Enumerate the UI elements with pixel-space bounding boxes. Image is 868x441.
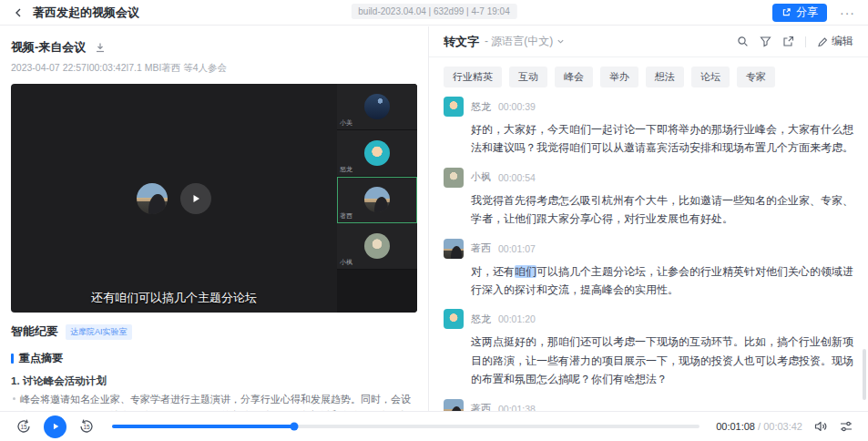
participant-avatar bbox=[364, 233, 390, 259]
source-language-label: - 源语言(中文) bbox=[485, 34, 553, 49]
playback-highlight: 咱们 bbox=[515, 265, 536, 278]
edit-label: 编辑 bbox=[832, 34, 853, 49]
summary-badge: 达摩院AI实验室 bbox=[66, 324, 132, 340]
speaker-name: 小枫 bbox=[471, 170, 491, 184]
export-icon[interactable] bbox=[782, 36, 794, 47]
build-info-badge: build-2023.04.04 | 632d99 | 4-7 19:04 bbox=[351, 4, 516, 19]
transcript-title: 转文字 bbox=[444, 34, 479, 50]
speaker-avatar bbox=[444, 239, 464, 259]
participant-avatar bbox=[364, 94, 390, 119]
summary-item-heading: 1. 讨论峰会活动计划 bbox=[11, 374, 417, 388]
toolbar-divider bbox=[805, 36, 806, 47]
progress-bar[interactable] bbox=[112, 420, 700, 433]
key-points-title: 重点摘要 bbox=[19, 351, 63, 366]
video-panel: 视频-来自会议 2023-04-07 22:57ǀ00:03:42ǀ7.1 MB… bbox=[0, 26, 428, 411]
speaker-name: 著西 bbox=[471, 402, 491, 411]
chevron-down-icon bbox=[557, 37, 565, 46]
speaker-avatar bbox=[137, 183, 168, 214]
play-icon bbox=[190, 193, 201, 204]
back-button[interactable] bbox=[13, 7, 24, 18]
keyword-chip[interactable]: 举办 bbox=[600, 67, 638, 87]
transcript-entry[interactable]: 著西 00:01:07 对，还有咱们可以搞几个主题分论坛，让参会的行业精英针对他… bbox=[444, 239, 855, 300]
progress-fill bbox=[112, 425, 294, 428]
svg-text:15: 15 bbox=[83, 424, 90, 430]
edit-button[interactable]: 编辑 bbox=[817, 34, 853, 49]
entry-timestamp: 00:01:07 bbox=[498, 243, 536, 254]
participant-tile[interactable]: 小美 bbox=[337, 84, 417, 130]
scrollbar[interactable] bbox=[863, 349, 866, 400]
rewind-15-icon[interactable]: 15 bbox=[15, 417, 33, 436]
speaker-name: 著西 bbox=[471, 241, 491, 255]
share-label: 分享 bbox=[796, 5, 818, 20]
speaker-avatar bbox=[444, 168, 464, 188]
participant-name: 著西 bbox=[340, 211, 352, 220]
entry-text: 这两点挺好的，那咱们还可以考虑一下现场的互动环节。比如，搞个行业创新项目的路演，… bbox=[471, 333, 855, 388]
edit-pencil-icon bbox=[817, 36, 828, 47]
entry-text: 对，还有咱们可以搞几个主题分论坛，让参会的行业精英针对他们关心的领域进行深入的探… bbox=[471, 262, 855, 300]
video-player[interactable]: 还有咱们可以搞几个主题分论坛 小美 怒龙 著西 bbox=[11, 84, 417, 313]
participant-tile[interactable]: 小枫 bbox=[337, 223, 417, 270]
player-bar: 15 15 00:01:08 / 00:03:42 bbox=[0, 411, 868, 441]
smart-summary-title: 智能纪要 bbox=[11, 323, 58, 340]
keyword-chip[interactable]: 想法 bbox=[646, 67, 684, 87]
time-display: 00:01:08 / 00:03:42 bbox=[716, 421, 802, 432]
progress-knob[interactable] bbox=[290, 423, 298, 431]
keyword-chip[interactable]: 峰会 bbox=[555, 67, 593, 87]
share-button[interactable]: 分享 bbox=[772, 4, 827, 22]
transcript-entry[interactable]: 小枫 00:00:54 我觉得首先得考虑怎么吸引杭州有个大牛，比如邀请一些知名的… bbox=[444, 168, 855, 229]
speaker-name: 怒龙 bbox=[471, 100, 491, 114]
search-icon[interactable] bbox=[737, 36, 749, 47]
participant-name: 小枫 bbox=[340, 258, 352, 267]
participant-name: 小美 bbox=[340, 118, 352, 128]
keyword-chip[interactable]: 专家 bbox=[737, 67, 775, 87]
speaker-avatar bbox=[444, 97, 464, 117]
participant-tile[interactable]: 著西 bbox=[337, 177, 417, 223]
entry-timestamp: 00:00:39 bbox=[498, 101, 536, 112]
top-bar: 著西发起的视频会议 build-2023.04.04 | 632d99 | 4-… bbox=[0, 0, 868, 26]
participant-name: 怒龙 bbox=[340, 165, 352, 174]
summary-list: 1. 讨论峰会活动计划 峰会将邀请知名企业家、专家学者进行主题演讲，分享行业心得… bbox=[11, 374, 417, 411]
participant-tile[interactable]: 怒龙 bbox=[337, 130, 417, 177]
video-play-overlay-button[interactable] bbox=[180, 183, 211, 214]
video-title: 视频-来自会议 bbox=[11, 39, 86, 56]
download-icon[interactable] bbox=[95, 42, 106, 53]
section-accent-bar bbox=[11, 354, 14, 364]
transcript-list: 怒龙 00:00:39 好的，大家好，今天咱们一起讨论一下即将举办的那场行业峰会… bbox=[429, 95, 868, 411]
keyword-chips: 行业精英 互动 峰会 举办 想法 论坛 专家 bbox=[429, 57, 868, 95]
summary-item: 1. 讨论峰会活动计划 峰会将邀请知名企业家、专家学者进行主题演讲，分享行业心得… bbox=[11, 374, 417, 411]
speaker-avatar bbox=[444, 399, 464, 411]
keyword-chip[interactable]: 行业精英 bbox=[444, 67, 502, 87]
total-time: 00:03:42 bbox=[763, 421, 802, 432]
participant-avatar bbox=[364, 187, 390, 212]
back-icon bbox=[13, 7, 24, 18]
keyword-chip[interactable]: 互动 bbox=[509, 67, 547, 87]
video-meta: 2023-04-07 22:57ǀ00:03:42ǀ7.1 MBǀ著西 等4人参… bbox=[11, 62, 417, 75]
transcript-panel: 转文字 - 源语言(中文) 编辑 bbox=[428, 26, 868, 411]
share-icon bbox=[781, 7, 791, 17]
source-language-selector[interactable]: - 源语言(中文) bbox=[485, 34, 565, 49]
current-time: 00:01:08 bbox=[716, 421, 755, 432]
participant-avatar bbox=[364, 140, 390, 166]
entry-timestamp: 00:01:38 bbox=[498, 404, 536, 411]
settings-sliders-icon[interactable] bbox=[839, 419, 853, 434]
video-subtitle: 还有咱们可以搞几个主题分论坛 bbox=[11, 290, 337, 306]
filter-icon[interactable] bbox=[760, 36, 771, 47]
svg-text:15: 15 bbox=[20, 424, 27, 430]
play-icon bbox=[51, 422, 60, 431]
forward-15-icon[interactable]: 15 bbox=[77, 417, 96, 436]
transcript-entry[interactable]: 怒龙 00:01:20 这两点挺好的，那咱们还可以考虑一下现场的互动环节。比如，… bbox=[444, 309, 855, 388]
speaker-name: 怒龙 bbox=[471, 313, 491, 326]
entry-timestamp: 00:00:54 bbox=[498, 172, 536, 183]
more-menu-button[interactable]: ··· bbox=[840, 8, 855, 17]
play-button[interactable] bbox=[44, 415, 66, 438]
participant-strip: 小美 怒龙 著西 小枫 bbox=[337, 84, 417, 313]
summary-item-body: 峰会将邀请知名企业家、专家学者进行主题演讲，分享行业心得和发展趋势。同时，会设立… bbox=[11, 391, 417, 411]
volume-icon[interactable] bbox=[813, 419, 828, 434]
entry-text: 我觉得首先得考虑怎么吸引杭州有个大牛，比如邀请一些知名的企业家、专家、学者，让他… bbox=[471, 191, 855, 229]
transcript-entry[interactable]: 著西 00:01:38 我觉得咱们得弄一个专业一点、高端一点的线上氛围布置上，可… bbox=[444, 399, 855, 411]
page-title: 著西发起的视频会议 bbox=[33, 5, 139, 21]
keyword-chip[interactable]: 论坛 bbox=[691, 67, 730, 87]
entry-text: 好的，大家好，今天咱们一起讨论一下即将举办的那场行业峰会，大家有什么想法和建议吗… bbox=[471, 120, 855, 158]
speaker-avatar bbox=[444, 309, 464, 329]
transcript-entry[interactable]: 怒龙 00:00:39 好的，大家好，今天咱们一起讨论一下即将举办的那场行业峰会… bbox=[444, 97, 855, 158]
